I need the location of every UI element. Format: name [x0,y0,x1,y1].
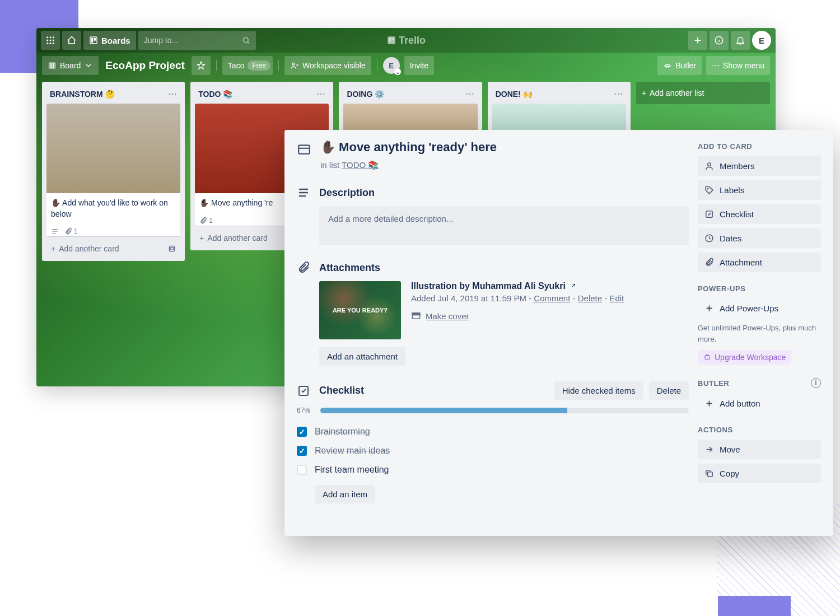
checklist-item[interactable]: Review main ideas [297,441,689,460]
list-menu-icon[interactable]: ⋯ [168,88,177,99]
checklist-section: Checklist Hide checked items Delete 67% … [297,381,689,503]
attachment-thumbnail[interactable]: ARE YOU READY? [319,281,401,339]
info-icon[interactable] [710,31,729,50]
board-header: Board EcoApp Project TacoFree Workspace … [36,53,776,78]
list-menu-icon[interactable]: ⋯ [316,88,325,99]
svg-point-5 [53,40,54,41]
svg-point-3 [46,40,48,41]
description-section: Description Add a more detailed descript… [297,186,689,245]
svg-point-4 [50,40,52,41]
attachment-title[interactable]: Illustration by Muhammad Ali Syukri [411,281,689,291]
search-box[interactable] [138,31,256,50]
list-menu-icon[interactable]: ⋯ [614,88,623,99]
checklist-item-text: Brainstorming [315,427,370,437]
board-member-avatar[interactable]: E⌄ [383,57,400,74]
list-title[interactable]: DOING ⚙️ [347,90,384,99]
checklist-checkbox[interactable] [297,465,307,475]
svg-rect-15 [392,38,394,41]
attachment-icon [199,217,207,225]
notifications-icon[interactable] [731,31,750,50]
add-list-button[interactable]: +Add another list [636,82,770,104]
checklist-item[interactable]: Brainstorming [297,422,689,441]
add-powerups-button[interactable]: Add Power-Ups [698,298,821,318]
avatar[interactable]: E [752,31,771,50]
hide-checked-button[interactable]: Hide checked items [554,381,643,400]
attachment-comment-link[interactable]: Comment [534,293,570,303]
list-link[interactable]: TODO 📚 [342,160,379,170]
svg-point-12 [243,38,248,43]
upgrade-workspace-button[interactable]: Upgrade Workspace [698,350,791,365]
attachment-delete-link[interactable]: Delete [578,293,602,303]
checklist-button[interactable]: Checklist [698,204,821,224]
svg-point-27 [708,163,711,166]
svg-point-1 [50,36,52,38]
svg-rect-17 [49,63,51,68]
attachment-edit-link[interactable]: Edit [609,293,624,303]
card-icon [297,142,311,157]
checklist-progress: 67% [297,407,689,414]
search-icon [242,36,250,45]
list-brainstorm: BRAINSTORM 🤔⋯ ✋🏿 Add what you'd like to … [42,82,185,261]
boards-button[interactable]: Boards [83,31,136,50]
card-cover [46,104,180,193]
checklist-item[interactable]: First team meeting [297,460,689,479]
card-detail-modal: ✋🏿 Move anything 'ready' here in list TO… [284,130,833,536]
add-card-button[interactable]: +Add another card [46,241,180,256]
svg-point-2 [53,36,54,38]
card-detail-title[interactable]: ✋🏿 Move anything 'ready' here [320,140,497,155]
board-name[interactable]: EcoApp Project [103,59,186,72]
show-menu-button[interactable]: ⋯ Show menu [706,56,770,75]
svg-point-28 [707,188,708,189]
visibility-button[interactable]: Workspace visible [284,56,371,75]
add-button-button[interactable]: Add button [698,394,821,413]
template-icon[interactable] [168,245,176,253]
labels-button[interactable]: Labels [698,180,821,200]
svg-rect-31 [705,356,710,359]
search-input[interactable] [144,36,242,45]
make-cover-link[interactable]: Make cover [426,311,469,321]
checklist-item-text: Review main ideas [315,446,390,456]
svg-point-0 [46,36,48,38]
list-title[interactable]: BRAINSTORM 🤔 [50,90,115,99]
list-title[interactable]: DONE! 🙌 [496,90,533,99]
checklist-checkbox[interactable] [297,427,307,437]
attachment-icon [64,227,72,235]
svg-rect-14 [389,38,391,43]
checklist-checkbox[interactable] [297,446,307,456]
svg-rect-11 [94,38,96,41]
svg-rect-23 [298,145,310,153]
svg-rect-21 [170,246,175,251]
svg-rect-13 [388,36,395,44]
delete-checklist-button[interactable]: Delete [649,381,689,400]
add-attachment-button[interactable]: Add an attachment [319,347,405,366]
members-button[interactable]: Members [698,156,821,176]
trello-logo[interactable]: Trello [386,35,426,46]
move-button[interactable]: Move [698,440,821,459]
svg-point-20 [292,63,295,65]
invite-button[interactable]: Invite [404,56,434,75]
list-menu-icon[interactable]: ⋯ [465,88,474,99]
board-view-button[interactable]: Board [42,56,99,75]
butler-info-icon[interactable]: i [811,378,821,388]
team-badge[interactable]: TacoFree [222,56,273,75]
add-checklist-item-button[interactable]: Add an item [315,485,375,503]
butler-button[interactable]: Butler [657,56,702,75]
copy-button[interactable]: Copy [698,464,821,483]
dates-button[interactable]: Dates [698,228,821,248]
create-icon[interactable] [688,31,707,50]
in-list-label: in list TODO 📚 [320,160,689,170]
attachment-icon [297,261,310,274]
external-link-icon [570,282,577,289]
description-input[interactable]: Add a more detailed description... [319,206,689,245]
svg-rect-19 [54,63,55,68]
star-button[interactable] [192,56,211,75]
home-icon[interactable] [62,31,81,50]
svg-rect-10 [91,38,93,43]
list-title[interactable]: TODO 📚 [198,90,232,99]
apps-icon[interactable] [41,31,60,50]
attachment-button[interactable]: Attachment [698,253,821,272]
checklist-item-text: First team meeting [315,465,389,475]
checklist-icon [297,384,310,398]
card[interactable]: ✋🏿 Add what you'd like to work on below … [46,104,180,236]
svg-rect-9 [90,37,97,44]
